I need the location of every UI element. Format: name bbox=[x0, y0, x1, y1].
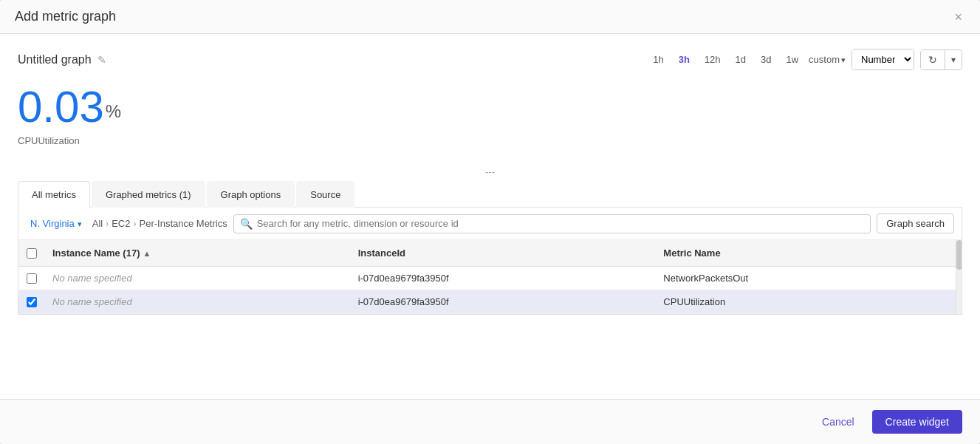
header-metric-name: Metric Name bbox=[656, 245, 962, 262]
create-widget-button[interactable]: Create widget bbox=[872, 410, 962, 434]
table-row: No name specified i-07d0ea9679fa3950f Ne… bbox=[18, 267, 962, 290]
row1-instance-name: No name specified bbox=[45, 267, 351, 290]
filter-row: N. Virginia All › EC2 › Per-Instance Met… bbox=[18, 208, 962, 240]
modal-body: Untitled graph ✎ 1h 3h 12h 1d 3d 1w cust… bbox=[0, 34, 980, 399]
modal-title: Add metric graph bbox=[15, 9, 116, 24]
graph-header: Untitled graph ✎ 1h 3h 12h 1d 3d 1w cust… bbox=[18, 49, 962, 70]
add-metric-graph-modal: Add metric graph × Untitled graph ✎ 1h 3… bbox=[0, 0, 980, 444]
time-3d-button[interactable]: 3d bbox=[756, 51, 775, 68]
refresh-group: ↻ ▾ bbox=[920, 49, 962, 70]
row2-checkbox-cell bbox=[18, 291, 45, 313]
region-label: N. Virginia bbox=[30, 218, 75, 229]
close-button[interactable]: × bbox=[951, 10, 965, 24]
tab-graph-options[interactable]: Graph options bbox=[207, 181, 295, 208]
display-type-select[interactable]: Number Line Bar bbox=[852, 49, 914, 69]
metrics-panel: N. Virginia All › EC2 › Per-Instance Met… bbox=[18, 208, 962, 315]
metrics-table: Instance Name (17) ▲ InstanceId Metric N… bbox=[18, 240, 962, 314]
row1-checkbox-cell bbox=[18, 267, 45, 290]
metric-unit: % bbox=[106, 101, 121, 121]
tab-all-metrics[interactable]: All metrics bbox=[18, 181, 90, 208]
breadcrumb-per-instance: Per-Instance Metrics bbox=[139, 218, 227, 229]
modal-header: Add metric graph × bbox=[0, 0, 980, 34]
cancel-button[interactable]: Cancel bbox=[812, 411, 865, 432]
breadcrumb-all[interactable]: All bbox=[92, 218, 103, 229]
custom-chevron-icon bbox=[841, 54, 846, 65]
row1-metric-name: NetworkPacketsOut bbox=[656, 267, 962, 290]
table-row: No name specified i-07d0ea9679fa3950f CP… bbox=[18, 290, 962, 314]
metric-value-row: 0.03% bbox=[18, 85, 962, 129]
tab-graphed-metrics[interactable]: Graphed metrics (1) bbox=[92, 181, 205, 208]
row2-instance-name: No name specified bbox=[45, 290, 351, 313]
custom-label: custom bbox=[809, 54, 840, 65]
time-controls: 1h 3h 12h 1d 3d 1w custom Number Line Ba… bbox=[648, 49, 962, 70]
metric-name-label: Metric Name bbox=[663, 247, 720, 259]
scroll-track[interactable] bbox=[956, 240, 962, 314]
select-all-checkbox[interactable] bbox=[27, 248, 37, 259]
row2-metric-name: CPUUtilization bbox=[656, 290, 962, 313]
time-1d-button[interactable]: 1d bbox=[731, 51, 750, 68]
row1-instance-id: i-07d0ea9679fa3950f bbox=[351, 267, 657, 290]
row2-instance-id: i-07d0ea9679fa3950f bbox=[351, 290, 657, 313]
sort-icon: ▲ bbox=[143, 249, 151, 258]
graph-placeholder: --- bbox=[18, 159, 962, 180]
breadcrumb-ec2[interactable]: EC2 bbox=[112, 218, 130, 229]
graph-search-button[interactable]: Graph search bbox=[877, 214, 954, 233]
tab-source[interactable]: Source bbox=[296, 181, 354, 208]
time-1w-button[interactable]: 1w bbox=[781, 51, 803, 68]
metric-value: 0.03 bbox=[18, 82, 104, 132]
time-custom-button[interactable]: custom bbox=[809, 54, 846, 65]
search-input[interactable] bbox=[257, 218, 865, 229]
header-instance-name: Instance Name (17) ▲ bbox=[45, 245, 351, 262]
table-header: Instance Name (17) ▲ InstanceId Metric N… bbox=[18, 240, 962, 267]
search-icon: 🔍 bbox=[240, 218, 253, 230]
refresh-button[interactable]: ↻ bbox=[921, 50, 945, 69]
graph-title: Untitled graph bbox=[18, 53, 92, 66]
breadcrumb-sep-2: › bbox=[133, 219, 136, 229]
breadcrumb-sep-1: › bbox=[106, 219, 109, 229]
row2-checkbox[interactable] bbox=[27, 297, 37, 307]
metric-display: 0.03% CPUUtilization bbox=[18, 78, 962, 159]
refresh-dropdown-button[interactable]: ▾ bbox=[945, 51, 962, 69]
instance-name-label: Instance Name (17) bbox=[52, 247, 140, 259]
row1-checkbox[interactable] bbox=[27, 273, 37, 284]
region-button[interactable]: N. Virginia bbox=[26, 215, 86, 232]
time-3h-button[interactable]: 3h bbox=[674, 51, 694, 68]
header-checkbox-cell bbox=[18, 245, 45, 262]
header-instance-id: InstanceId bbox=[351, 245, 657, 262]
tabs-row: All metrics Graphed metrics (1) Graph op… bbox=[18, 180, 962, 208]
metric-label: CPUUtilization bbox=[18, 135, 962, 146]
display-type-dropdown[interactable]: Number Line Bar bbox=[851, 49, 914, 70]
modal-footer: Cancel Create widget bbox=[0, 399, 980, 444]
instance-id-label: InstanceId bbox=[358, 247, 405, 259]
region-chevron-icon bbox=[78, 218, 82, 229]
scroll-thumb bbox=[956, 240, 962, 270]
time-1h-button[interactable]: 1h bbox=[648, 51, 668, 68]
search-box: 🔍 bbox=[233, 214, 871, 233]
edit-icon[interactable]: ✎ bbox=[97, 54, 106, 66]
breadcrumb: All › EC2 › Per-Instance Metrics bbox=[92, 218, 227, 229]
time-12h-button[interactable]: 12h bbox=[700, 51, 725, 68]
graph-title-row: Untitled graph ✎ bbox=[18, 53, 106, 66]
